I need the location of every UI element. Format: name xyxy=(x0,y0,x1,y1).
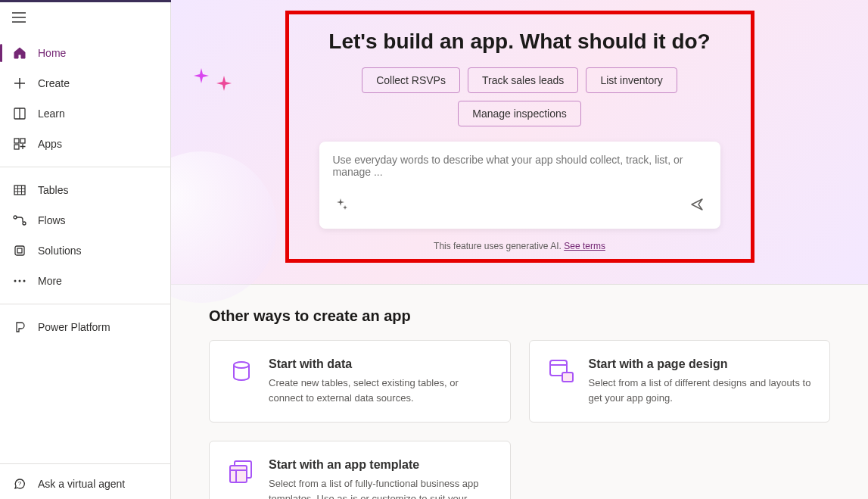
svg-rect-5 xyxy=(14,186,25,195)
sidebar-item-label: Power Platform xyxy=(38,321,110,333)
sidebar-item-tables[interactable]: Tables xyxy=(0,175,170,205)
prompt-input[interactable] xyxy=(333,154,707,187)
svg-rect-12 xyxy=(15,246,24,255)
sidebar-item-flows[interactable]: Flows xyxy=(0,205,170,235)
sidebar-item-create[interactable]: Create xyxy=(0,68,170,98)
flow-icon xyxy=(12,213,27,228)
send-button[interactable] xyxy=(687,195,707,217)
sidebar-item-power-platform[interactable]: Power Platform xyxy=(0,312,170,342)
sidebar-item-label: Flows xyxy=(38,214,66,226)
sparkle-button[interactable] xyxy=(333,195,351,216)
ai-notice: This feature uses generative AI. See ter… xyxy=(319,241,720,251)
sidebar-item-solutions[interactable]: Solutions xyxy=(0,235,170,266)
sidebar-item-label: Create xyxy=(38,77,70,89)
hamburger-menu[interactable] xyxy=(0,3,170,35)
card-title: Start with a page design xyxy=(589,357,812,371)
svg-point-14 xyxy=(14,280,17,282)
page-design-icon xyxy=(548,357,575,385)
card-start-with-data[interactable]: Start with data Create new tables, selec… xyxy=(209,340,511,423)
svg-text:?: ? xyxy=(18,480,22,487)
hero-title: Let's build an app. What should it do? xyxy=(319,30,720,54)
other-ways-heading: Other ways to create an app xyxy=(209,307,830,325)
power-platform-icon xyxy=(12,320,27,335)
plus-icon xyxy=(12,76,27,91)
svg-rect-4 xyxy=(14,145,19,149)
see-terms-link[interactable]: See terms xyxy=(564,241,605,251)
svg-point-18 xyxy=(234,362,249,368)
pill-list-inventory[interactable]: List inventory xyxy=(586,67,677,93)
sidebar-item-learn[interactable]: Learn xyxy=(0,98,170,129)
svg-point-11 xyxy=(23,222,26,225)
sidebar-item-label: Home xyxy=(38,47,66,59)
chat-icon: ? xyxy=(12,476,27,491)
svg-rect-3 xyxy=(20,139,25,143)
card-desc: Select from a list of fully-functional b… xyxy=(269,476,492,499)
sidebar-item-home[interactable]: Home xyxy=(0,38,170,68)
pill-track-sales[interactable]: Track sales leads xyxy=(468,67,578,93)
more-icon xyxy=(12,273,27,288)
card-title: Start with data xyxy=(269,357,492,371)
card-desc: Select from a list of different designs … xyxy=(589,376,812,405)
data-icon xyxy=(228,357,255,385)
svg-point-16 xyxy=(23,280,26,282)
home-icon xyxy=(12,45,27,61)
apps-icon xyxy=(12,136,27,151)
sidebar-item-label: Tables xyxy=(38,184,68,196)
svg-rect-23 xyxy=(230,466,247,482)
card-desc: Create new tables, select existing table… xyxy=(269,376,492,405)
copilot-highlight-box: Let's build an app. What should it do? C… xyxy=(285,11,754,263)
prompt-box xyxy=(319,142,720,229)
sidebar-item-label: Apps xyxy=(38,138,62,150)
solutions-icon xyxy=(12,243,27,258)
sidebar-item-ask-agent[interactable]: ? Ask a virtual agent xyxy=(0,469,170,499)
svg-rect-13 xyxy=(17,248,22,253)
card-start-with-page-design[interactable]: Start with a page design Select from a l… xyxy=(529,340,831,423)
sidebar-item-label: Learn xyxy=(38,108,65,120)
svg-rect-21 xyxy=(562,373,573,382)
card-title: Start with an app template xyxy=(269,458,492,472)
sidebar-item-apps[interactable]: Apps xyxy=(0,129,170,159)
card-start-with-template[interactable]: Start with an app template Select from a… xyxy=(209,441,511,499)
sidebar-item-label: More xyxy=(38,275,62,287)
template-icon xyxy=(228,458,255,485)
sidebar-item-more[interactable]: More xyxy=(0,266,170,296)
svg-point-15 xyxy=(19,280,21,282)
book-icon xyxy=(12,106,27,121)
sidebar-item-label: Ask a virtual agent xyxy=(38,478,125,490)
table-icon xyxy=(12,182,27,198)
svg-rect-2 xyxy=(14,139,19,143)
send-icon xyxy=(690,202,704,214)
pill-collect-rsvps[interactable]: Collect RSVPs xyxy=(362,67,460,93)
sidebar-item-label: Solutions xyxy=(38,245,82,257)
pill-manage-inspections[interactable]: Manage inspections xyxy=(458,101,581,126)
svg-point-10 xyxy=(14,216,17,219)
sparkle-icon xyxy=(336,201,348,213)
